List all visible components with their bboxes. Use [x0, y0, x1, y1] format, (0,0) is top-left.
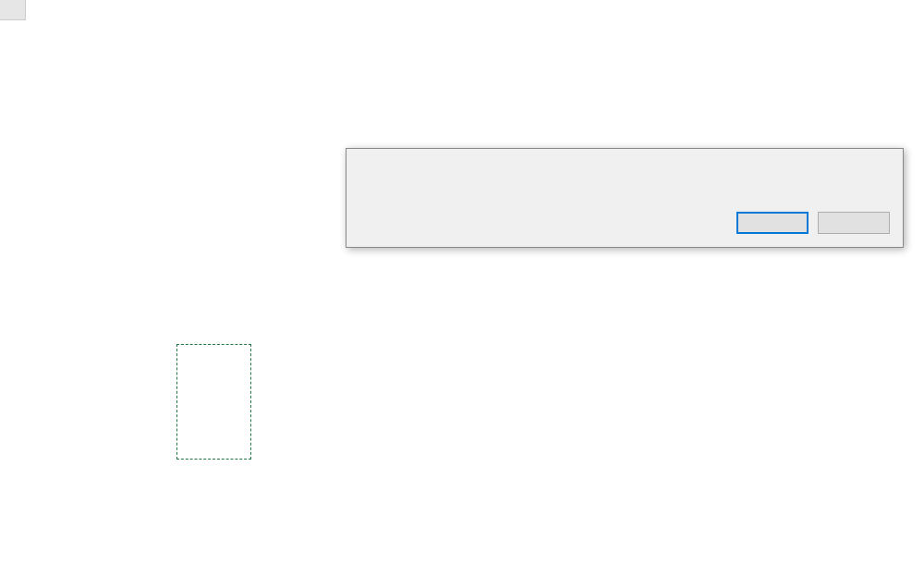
- function-arguments-dialog: [346, 148, 904, 248]
- cancel-button[interactable]: [818, 212, 890, 234]
- marching-ants-selection: [176, 344, 251, 460]
- dialog-titlebar[interactable]: [346, 149, 903, 164]
- ok-button[interactable]: [736, 212, 808, 234]
- select-all-corner[interactable]: [0, 0, 26, 20]
- argument-description: [498, 178, 890, 195]
